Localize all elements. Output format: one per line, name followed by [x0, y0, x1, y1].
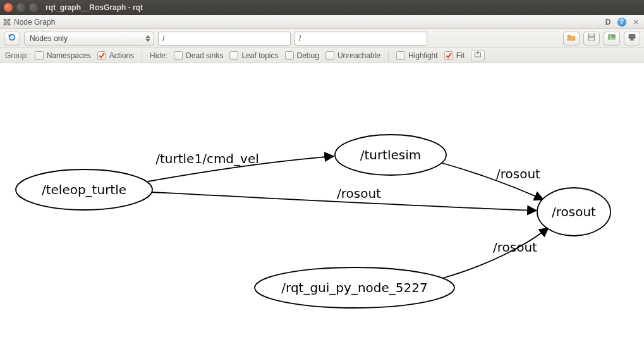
checkbox-label: Highlight: [408, 51, 438, 60]
checkbox-label: Leaf topics: [241, 51, 278, 60]
open-folder-button[interactable]: [563, 32, 580, 46]
svg-rect-12: [629, 35, 635, 38]
plugin-title: Node Graph: [14, 18, 55, 27]
graph-edge-label: /rosout: [496, 166, 540, 181]
plugin-close-button[interactable]: ×: [630, 17, 641, 27]
checkbox-leaf-topics[interactable]: Leaf topics: [229, 51, 278, 60]
folder-open-icon: [567, 33, 576, 44]
graph-canvas[interactable]: /teleop_turtle/turtlesim/rosout/rqt_gui_…: [0, 63, 644, 349]
svg-rect-14: [630, 40, 634, 40]
checkbox-box: [229, 51, 238, 60]
window-minimize-button[interactable]: [16, 3, 25, 12]
window-title: rqt_graph__RosGraph - rqt: [46, 3, 143, 12]
help-button[interactable]: ?: [616, 17, 628, 27]
checkbox-box: [285, 51, 294, 60]
svg-point-3: [8, 23, 10, 25]
checkbox-fit[interactable]: Fit: [444, 51, 465, 60]
checkbox-actions[interactable]: Actions: [97, 51, 134, 60]
save-image-button[interactable]: [604, 32, 620, 46]
image-save-icon: [607, 33, 616, 44]
svg-point-0: [3, 18, 6, 21]
checkbox-box: [97, 51, 106, 60]
export-dot-button[interactable]: [471, 50, 485, 61]
checkbox-box: [35, 51, 44, 60]
checkbox-dead-sinks[interactable]: Dead sinks: [174, 51, 223, 60]
checkbox-box: [444, 51, 453, 60]
ros-graph-svg: /teleop_turtle/turtlesim/rosout/rqt_gui_…: [0, 63, 644, 349]
dock-button[interactable]: D: [602, 17, 614, 27]
checkbox-label: Namespaces: [47, 51, 91, 60]
graph-edge-label: /rosout: [493, 240, 537, 255]
refresh-button[interactable]: [4, 32, 20, 46]
hide-label: Hide:: [150, 51, 167, 60]
nodegraph-icon: [3, 18, 11, 27]
checkbox-highlight[interactable]: Highlight: [396, 51, 438, 60]
checkbox-label: Debug: [297, 51, 319, 60]
checkbox-label: Fit: [456, 51, 465, 60]
checkbox-label: Actions: [109, 51, 134, 60]
graph-mode-select[interactable]: Nodes only: [24, 32, 154, 46]
svg-point-1: [8, 18, 10, 21]
separator: [388, 51, 389, 61]
toolbar-main: Nodes only / /: [0, 29, 644, 48]
graph-node-label: /teleop_turtle: [42, 182, 126, 197]
floppy-icon: [587, 33, 596, 44]
topic-filter-input[interactable]: /: [295, 32, 427, 46]
graph-node-label: /turtlesim: [360, 147, 422, 162]
export-icon: [474, 51, 482, 60]
plugin-header: Node Graph D ? ×: [0, 15, 644, 29]
checkbox-namespaces[interactable]: Namespaces: [35, 51, 91, 60]
svg-rect-5: [6, 19, 7, 25]
node-filter-input[interactable]: /: [158, 32, 291, 46]
checkbox-box: [174, 51, 183, 60]
refresh-icon: [8, 33, 16, 44]
graph-node-label: /rqt_gui_py_node_5227: [281, 280, 427, 295]
graph-edge-label: /rosout: [337, 186, 381, 201]
graph-node-label: /rosout: [552, 204, 596, 219]
monitor-icon: [628, 33, 636, 44]
topic-filter-value: /: [299, 34, 301, 43]
checkbox-unreachable[interactable]: Unreachable: [325, 51, 380, 60]
svg-point-2: [3, 23, 6, 25]
checkbox-label: Dead sinks: [186, 51, 223, 60]
separator: [142, 51, 142, 61]
graph-edge-label: /turtle1/cmd_vel: [155, 151, 259, 166]
checkbox-debug[interactable]: Debug: [285, 51, 319, 60]
settings-button[interactable]: [624, 32, 640, 46]
chevron-up-down-icon: [145, 35, 150, 42]
checkbox-box: [325, 51, 334, 60]
svg-point-10: [610, 35, 612, 37]
svg-rect-13: [631, 39, 633, 40]
toolbar-options: Group: Namespaces Actions Hide: Dead sin…: [0, 48, 644, 63]
group-label: Group:: [5, 51, 28, 60]
checkbox-label: Unreachable: [337, 51, 380, 60]
graph-mode-value: Nodes only: [30, 34, 68, 43]
window-maximize-button[interactable]: [29, 3, 38, 12]
node-filter-value: /: [162, 34, 164, 43]
save-button[interactable]: [583, 32, 600, 46]
help-icon: ?: [617, 18, 626, 27]
window-close-button[interactable]: [4, 3, 13, 12]
checkbox-box: [396, 51, 405, 60]
svg-rect-8: [589, 37, 594, 40]
window-titlebar: rqt_graph__RosGraph - rqt: [0, 0, 644, 15]
svg-rect-7: [590, 34, 594, 37]
